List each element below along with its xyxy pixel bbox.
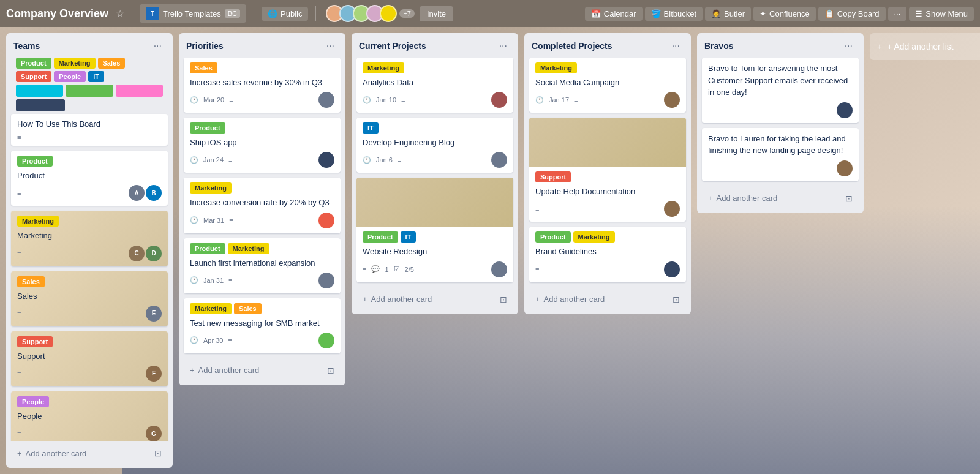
date-sm: Jan 17	[549, 96, 569, 103]
label-support-chip: Support	[16, 71, 51, 82]
calendar-button[interactable]: 📅 Calendar	[585, 7, 643, 21]
teams-color-row-2	[16, 99, 163, 111]
card-meta-left-bg: ≡	[535, 266, 539, 273]
color-chip-sky	[16, 85, 63, 97]
menu-icon-bg: ≡	[535, 266, 539, 273]
menu-icon-analytics: ≡	[401, 96, 405, 103]
globe-icon: 🌐	[268, 9, 277, 18]
card-labels-analytics: Marketing	[363, 62, 507, 73]
card-meta-smb: 🕐 Apr 30 ≡	[190, 333, 334, 348]
list-menu-cp[interactable]: ···	[496, 39, 511, 53]
card-meta-left-analytics: 🕐 Jan 10 ≡	[363, 96, 405, 104]
card-help-docs[interactable]: Support Update Help Documentation ≡	[529, 118, 686, 222]
card-avatar-analytics	[491, 92, 507, 108]
header: Company Overview ☆ T Trello Templates BC…	[0, 0, 980, 27]
card-eng-blog[interactable]: IT Develop Engineering Blog 🕐 Jan 6 ≡	[356, 118, 513, 173]
list-header-completed: Completed Projects ···	[524, 33, 691, 58]
card-title-marketing: Marketing	[17, 230, 162, 241]
card-how-to-use[interactable]: How To Use This Board ≡	[11, 114, 168, 146]
card-social-media[interactable]: Marketing Social Media Campaign 🕐 Jan 17…	[529, 58, 686, 113]
visibility-button[interactable]: 🌐 Public	[262, 7, 308, 21]
visibility-label: Public	[281, 9, 302, 18]
menu-icon-smb: ≡	[228, 337, 232, 344]
card-website-redesign[interactable]: Product IT Website Redesign ≡ 💬 1 ☑ 2/5	[356, 178, 513, 282]
add-card-priorities[interactable]: + Add another card ⊡	[184, 361, 341, 380]
card-meta-left-people: ≡	[17, 430, 21, 437]
board-title: Company Overview	[6, 7, 108, 20]
add-list-button[interactable]: + + Add another list	[870, 33, 980, 60]
card-brand-guidelines[interactable]: Product Marketing Brand Guidelines ≡	[529, 227, 686, 282]
card-avatar-bravo-tom	[837, 102, 853, 118]
card-labels-support: Support	[17, 336, 162, 347]
list-current-projects: Current Projects ··· Marketing Analytics…	[352, 33, 518, 314]
butler-button[interactable]: 🤵 Butler	[705, 7, 751, 21]
clock-icon-si: 🕐	[190, 156, 198, 164]
card-product[interactable]: Product Product ≡ A B	[11, 151, 168, 206]
bitbucket-button[interactable]: 🪣 Bitbucket	[645, 7, 703, 21]
card-meta-product: ≡ A B	[17, 185, 162, 201]
comment-count-wr: 1	[385, 266, 388, 273]
header-actions: 📅 Calendar 🪣 Bitbucket 🤵 Butler ✦ Conflu…	[585, 7, 974, 21]
list-body-priorities: Sales Increase sales revenue by 30% in Q…	[179, 58, 345, 358]
card-marketing[interactable]: Marketing Marketing ≡ C D	[11, 211, 168, 266]
star-icon[interactable]: ☆	[116, 8, 124, 20]
check-count-wr: 2/5	[405, 266, 414, 273]
list-title-teams: Teams	[13, 41, 40, 51]
label-marketing-chip: Marketing	[54, 58, 96, 69]
list-menu-teams[interactable]: ···	[150, 39, 165, 53]
avatar-5[interactable]	[380, 5, 397, 22]
card-labels-smb: Marketing Sales	[190, 303, 334, 314]
clock-icon-cr: 🕐	[190, 216, 198, 224]
copy-board-button[interactable]: 📋 Copy Board	[818, 7, 886, 21]
member-avatars: +7	[326, 5, 415, 22]
label-sm: Marketing	[535, 62, 577, 73]
label-bg-product: Product	[535, 231, 571, 243]
card-labels-bg: Product Marketing	[535, 231, 680, 243]
divider-2	[254, 6, 254, 21]
menu-icon-eb: ≡	[398, 156, 401, 164]
list-menu-bravos[interactable]: ···	[841, 39, 856, 53]
plus-icon-add-list: +	[877, 42, 882, 51]
date-si: Jan 24	[203, 156, 224, 164]
list-menu-priorities[interactable]: ···	[323, 39, 338, 53]
menu-icon-si: ≡	[228, 156, 232, 164]
plus-icon-bravos: +	[708, 194, 713, 203]
card-sales-revenue[interactable]: Sales Increase sales revenue by 30% in Q…	[184, 58, 341, 113]
add-card-bravos[interactable]: + Add another card ⊡	[702, 189, 859, 208]
card-bravo-tom[interactable]: Bravo to Tom for answering the most Cust…	[702, 58, 859, 123]
list-title-priorities: Priorities	[186, 41, 224, 51]
card-conversion-rate[interactable]: Marketing Increase conversion rate by 20…	[184, 178, 341, 233]
label-intl-product: Product	[190, 243, 225, 254]
confluence-button[interactable]: ✦ Confluence	[753, 7, 816, 21]
card-support[interactable]: Support Support ≡ F	[11, 331, 168, 386]
card-avatar-bravo-lauren	[837, 160, 853, 176]
card-sales[interactable]: Sales Sales ≡ E	[11, 271, 168, 326]
add-card-cp[interactable]: + Add another card ⊡	[356, 290, 513, 309]
list-menu-completed[interactable]: ···	[668, 39, 684, 53]
more-button[interactable]: ···	[888, 7, 907, 21]
card-analytics[interactable]: Marketing Analytics Data 🕐 Jan 10 ≡	[356, 58, 513, 113]
date-analytics: Jan 10	[376, 96, 396, 103]
card-international[interactable]: Product Marketing Launch first internati…	[184, 238, 341, 293]
card-labels-hd: Support	[535, 171, 680, 182]
invite-button[interactable]: Invite	[420, 6, 453, 21]
card-avatar-sales-1: E	[146, 306, 162, 322]
bitbucket-icon: 🪣	[651, 9, 661, 18]
workspace-button[interactable]: T Trello Templates BC	[140, 4, 246, 23]
card-labels-cr: Marketing	[190, 182, 334, 194]
menu-icon-hd: ≡	[535, 205, 539, 213]
card-smb[interactable]: Marketing Sales Test new messaging for S…	[184, 298, 341, 353]
card-people[interactable]: People People ≡ G	[11, 391, 168, 441]
butler-label: Butler	[724, 9, 745, 18]
add-card-teams[interactable]: + Add another card ⊡	[11, 443, 168, 463]
workspace-name: Trello Templates	[163, 9, 221, 18]
card-ship-ios[interactable]: Product Ship iOS app 🕐 Jan 24 ≡	[184, 118, 341, 173]
menu-icon-cr: ≡	[229, 217, 233, 224]
card-bravo-lauren[interactable]: Bravo to Lauren for taking the lead and …	[702, 128, 859, 181]
divider-1	[132, 6, 132, 21]
card-meta-left-marketing: ≡	[17, 250, 21, 257]
card-title-bg: Brand Guidelines	[535, 246, 680, 257]
add-card-completed[interactable]: + Add another card ⊡	[529, 290, 686, 309]
label-hd: Support	[535, 171, 571, 182]
show-menu-button[interactable]: ☰ Show Menu	[909, 7, 974, 21]
